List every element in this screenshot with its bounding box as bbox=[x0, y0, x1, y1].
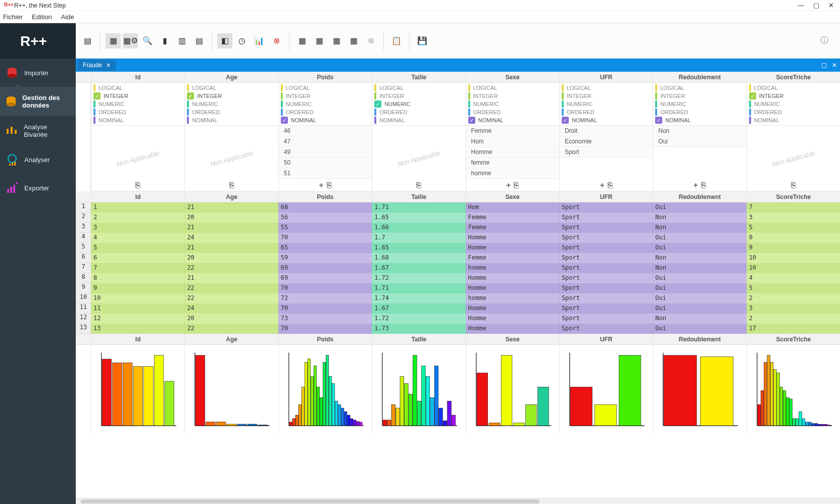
copy-icon[interactable]: ⎘ bbox=[791, 181, 796, 190]
table-cell[interactable]: Sport bbox=[559, 273, 653, 283]
column-header[interactable]: UFR bbox=[559, 334, 653, 345]
level-item[interactable]: Economie bbox=[560, 136, 653, 147]
level-item[interactable]: 46 bbox=[279, 126, 372, 136]
sidebar-item-importer[interactable]: Importer bbox=[0, 59, 76, 87]
tab-close-icon[interactable]: ✕ bbox=[106, 62, 111, 69]
table-cell[interactable]: Femme bbox=[466, 213, 559, 223]
table-cell[interactable]: 5 bbox=[91, 243, 184, 253]
table-cell[interactable]: 55 bbox=[278, 223, 372, 233]
type-option[interactable]: LOGICAL bbox=[372, 84, 465, 92]
type-option[interactable]: NOMINAL bbox=[372, 116, 465, 124]
table-cell[interactable]: 1.66 bbox=[372, 223, 465, 233]
table-cell[interactable]: 5 bbox=[747, 283, 840, 293]
table-cell[interactable]: 21 bbox=[184, 203, 278, 213]
copy-icon[interactable]: ⎘ bbox=[327, 181, 332, 190]
table-cell[interactable]: 72 bbox=[278, 293, 372, 304]
table-cell[interactable]: Sport bbox=[559, 243, 653, 253]
column-header[interactable]: Sexe bbox=[466, 191, 559, 203]
copy-icon[interactable]: ⎘ bbox=[608, 181, 613, 190]
table-row[interactable]: 101022721.74hommeSportOui2 bbox=[76, 293, 840, 304]
table-cell[interactable]: 73 bbox=[278, 314, 372, 324]
level-item[interactable]: 50 bbox=[279, 158, 372, 168]
table-row[interactable]: 3321551.66femmeSportNon5 bbox=[76, 223, 840, 233]
table-cell[interactable]: 65 bbox=[278, 243, 372, 253]
level-item[interactable]: Sport bbox=[560, 147, 653, 158]
table-cell[interactable]: 9 bbox=[91, 283, 184, 293]
table-cell[interactable]: 22 bbox=[184, 324, 278, 334]
table-cell[interactable]: Oui bbox=[653, 233, 746, 243]
table-cell[interactable]: 21 bbox=[184, 273, 278, 283]
level-item[interactable]: 49 bbox=[279, 147, 372, 158]
table-cell[interactable]: 1 bbox=[91, 203, 184, 213]
table-cell[interactable]: 21 bbox=[184, 223, 278, 233]
column-header[interactable]: Redoublement bbox=[653, 191, 746, 203]
type-option[interactable]: NUMERIC bbox=[560, 100, 653, 108]
table-cell[interactable]: 22 bbox=[184, 293, 278, 304]
table-cell[interactable]: 1.72 bbox=[372, 273, 465, 283]
table-row[interactable]: 4424701.7HommeSportOui0 bbox=[76, 233, 840, 243]
toolbar-save-icon[interactable]: 💾 bbox=[415, 33, 430, 48]
copy-icon[interactable]: ⎘ bbox=[701, 181, 706, 190]
menu-aide[interactable]: Aide bbox=[61, 13, 74, 21]
type-option[interactable]: LOGICAL bbox=[653, 84, 746, 92]
table-cell[interactable]: 24 bbox=[184, 233, 278, 243]
toolbar-highlight-icon[interactable]: ◧ bbox=[217, 33, 232, 48]
table-row[interactable]: 7722691.67hommeSportNon10 bbox=[76, 263, 840, 273]
table-cell[interactable]: 22 bbox=[184, 263, 278, 273]
type-option[interactable]: LOGICAL bbox=[466, 84, 559, 92]
table-cell[interactable]: Sport bbox=[559, 324, 653, 334]
table-cell[interactable]: 2 bbox=[747, 293, 840, 304]
type-option[interactable]: ORDERED bbox=[185, 108, 278, 116]
toolbar-clipboard-icon[interactable]: 📋 bbox=[389, 33, 404, 48]
toolbar-grid-icon[interactable]: ▦ bbox=[106, 33, 121, 48]
type-option[interactable]: INTEGER bbox=[279, 92, 372, 100]
table-cell[interactable]: 9 bbox=[747, 243, 840, 253]
type-option[interactable]: NUMERIC bbox=[466, 100, 559, 108]
type-option[interactable]: ORDERED bbox=[653, 108, 746, 116]
table-cell[interactable]: 12 bbox=[91, 314, 184, 324]
table-row[interactable]: 8821691.72HommeSportOui4 bbox=[76, 273, 840, 283]
table-cell[interactable]: 0 bbox=[747, 233, 840, 243]
type-option[interactable]: NUMERIC bbox=[747, 100, 840, 108]
column-header[interactable]: UFR bbox=[559, 191, 653, 203]
add-level-icon[interactable]: + bbox=[506, 181, 511, 190]
type-option[interactable]: NOMINAL bbox=[185, 116, 278, 124]
toolbar-column-icon[interactable]: ▮ bbox=[157, 33, 172, 48]
level-item[interactable]: Homme bbox=[466, 147, 559, 158]
table-cell[interactable]: Sport bbox=[559, 203, 653, 213]
table-cell[interactable]: Hom bbox=[466, 203, 559, 213]
toolbar-grid5-icon[interactable]: ▦ bbox=[346, 33, 361, 48]
toolbar-meter-icon[interactable]: ◷ bbox=[234, 33, 250, 48]
table-cell[interactable]: 70 bbox=[278, 283, 372, 293]
type-option[interactable]: ORDERED bbox=[560, 108, 653, 116]
type-option[interactable]: ✓INTEGER bbox=[185, 92, 278, 100]
type-option[interactable]: NUMERIC bbox=[91, 100, 184, 108]
column-header[interactable]: ScoreTriche bbox=[747, 72, 840, 83]
type-option[interactable]: INTEGER bbox=[653, 92, 746, 100]
table-cell[interactable]: Oui bbox=[653, 324, 746, 334]
column-header[interactable]: Id bbox=[91, 334, 184, 345]
add-level-icon[interactable]: + bbox=[600, 181, 604, 190]
type-option[interactable]: ORDERED bbox=[466, 108, 559, 116]
table-cell[interactable]: Oui bbox=[653, 243, 746, 253]
column-header[interactable]: Age bbox=[184, 72, 278, 83]
table-cell[interactable]: 3 bbox=[91, 223, 184, 233]
type-option[interactable]: LOGICAL bbox=[560, 84, 653, 92]
column-header[interactable]: ScoreTriche bbox=[747, 191, 840, 203]
column-header[interactable]: Taille bbox=[372, 72, 465, 83]
table-row[interactable]: 121220731.72HommeSportNon2 bbox=[76, 314, 840, 324]
type-option[interactable]: ✓NOMINAL bbox=[279, 116, 372, 124]
table-cell[interactable]: 17 bbox=[747, 324, 840, 334]
table-cell[interactable]: Homme bbox=[466, 283, 559, 293]
toolbar-close-grey-icon[interactable]: ⊗ bbox=[363, 33, 378, 48]
table-cell[interactable]: 8 bbox=[91, 273, 184, 283]
table-cell[interactable]: 1.65 bbox=[372, 213, 465, 223]
type-option[interactable]: NOMINAL bbox=[747, 116, 840, 124]
type-option[interactable]: NOMINAL bbox=[91, 116, 184, 124]
column-header[interactable]: Taille bbox=[372, 191, 465, 203]
type-option[interactable]: INTEGER bbox=[372, 92, 465, 100]
table-row[interactable]: 131322701.73HommeSportOui17 bbox=[76, 324, 840, 334]
type-option[interactable]: ✓NOMINAL bbox=[653, 116, 746, 124]
add-level-icon[interactable]: + bbox=[319, 181, 323, 190]
table-cell[interactable]: 69 bbox=[278, 263, 372, 273]
